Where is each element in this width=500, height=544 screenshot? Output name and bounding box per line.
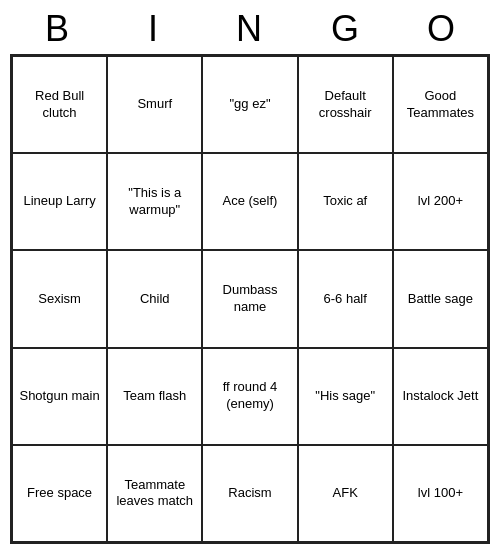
title-b: B bbox=[14, 8, 102, 50]
cell-r1-c3[interactable]: Toxic af bbox=[298, 153, 393, 250]
cell-r2-c3[interactable]: 6-6 half bbox=[298, 250, 393, 347]
cell-r2-c2[interactable]: Dumbass name bbox=[202, 250, 297, 347]
bingo-grid: Red Bull clutchSmurf"gg ez"Default cross… bbox=[10, 54, 490, 544]
cell-r2-c1[interactable]: Child bbox=[107, 250, 202, 347]
cell-r3-c2[interactable]: ff round 4 (enemy) bbox=[202, 348, 297, 445]
cell-r0-c1[interactable]: Smurf bbox=[107, 56, 202, 153]
cell-r3-c4[interactable]: Instalock Jett bbox=[393, 348, 488, 445]
title-n: N bbox=[206, 8, 294, 50]
cell-r3-c0[interactable]: Shotgun main bbox=[12, 348, 107, 445]
cell-r4-c0[interactable]: Free space bbox=[12, 445, 107, 542]
cell-r4-c4[interactable]: lvl 100+ bbox=[393, 445, 488, 542]
cell-r3-c1[interactable]: Team flash bbox=[107, 348, 202, 445]
cell-r2-c4[interactable]: Battle sage bbox=[393, 250, 488, 347]
cell-r1-c2[interactable]: Ace (self) bbox=[202, 153, 297, 250]
bingo-title: B I N G O bbox=[10, 0, 490, 54]
cell-r0-c0[interactable]: Red Bull clutch bbox=[12, 56, 107, 153]
cell-r4-c1[interactable]: Teammate leaves match bbox=[107, 445, 202, 542]
cell-r1-c0[interactable]: Lineup Larry bbox=[12, 153, 107, 250]
cell-r0-c3[interactable]: Default crosshair bbox=[298, 56, 393, 153]
cell-r4-c2[interactable]: Racism bbox=[202, 445, 297, 542]
title-g: G bbox=[302, 8, 390, 50]
title-o: O bbox=[398, 8, 486, 50]
cell-r0-c2[interactable]: "gg ez" bbox=[202, 56, 297, 153]
title-i: I bbox=[110, 8, 198, 50]
cell-r4-c3[interactable]: AFK bbox=[298, 445, 393, 542]
cell-r1-c4[interactable]: lvl 200+ bbox=[393, 153, 488, 250]
cell-r2-c0[interactable]: Sexism bbox=[12, 250, 107, 347]
cell-r3-c3[interactable]: "His sage" bbox=[298, 348, 393, 445]
cell-r0-c4[interactable]: Good Teammates bbox=[393, 56, 488, 153]
cell-r1-c1[interactable]: "This is a warmup" bbox=[107, 153, 202, 250]
